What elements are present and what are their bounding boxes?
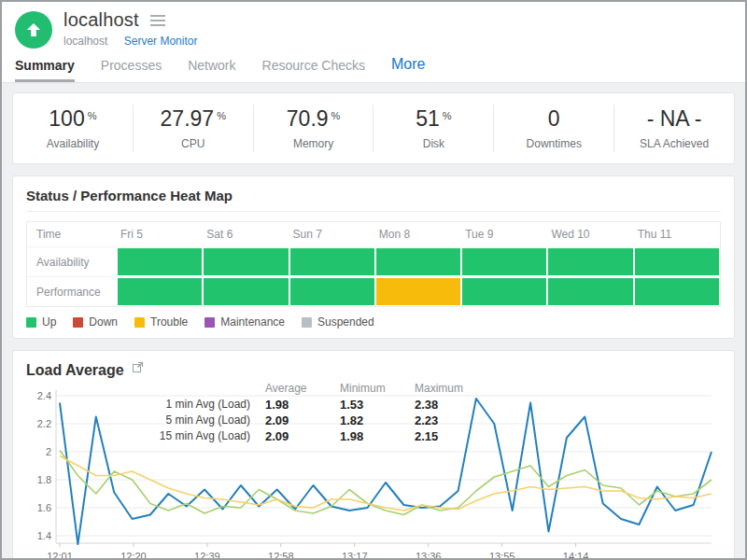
summary-corner (123, 381, 265, 397)
heatmap-day-wed-10: Wed 10 (547, 222, 633, 246)
chart-summary-table: AverageMinimumMaximum1 min Avg (Load)1.9… (123, 381, 495, 444)
stat-label: Memory (254, 137, 374, 150)
x-tick-label: 13:55 (489, 551, 515, 560)
legend-swatch-icon (26, 317, 36, 328)
chart-area: 1.41.61.822.22.412:0112:2012:3912:5813:1… (26, 383, 721, 560)
summary-row-label: 15 min Avg (Load) (123, 428, 265, 444)
heatmap-cell-performance-sat-6[interactable] (204, 278, 288, 305)
summary-value: 2.38 (415, 397, 495, 413)
stat-unit: % (331, 110, 341, 121)
x-tick-label: 13:36 (416, 551, 442, 560)
summary-col-maximum: Maximum (415, 381, 495, 397)
summary-value: 2.23 (415, 413, 495, 428)
tab-resource-checks[interactable]: Resource Checks (262, 52, 366, 82)
stat-label: CPU (134, 137, 253, 150)
summary-value: 2.09 (265, 413, 340, 428)
stat-label: Disk (374, 137, 493, 150)
y-tick-label: 2.2 (37, 418, 51, 429)
heatmap-cell-performance-tue-9[interactable] (462, 278, 546, 305)
heatmap-cell-performance-wed-10[interactable] (548, 278, 632, 305)
summary-value: 2.15 (415, 428, 495, 444)
legend-label: Up (42, 315, 56, 329)
y-tick-label: 2 (46, 446, 51, 457)
y-tick-label: 2.4 (37, 390, 51, 401)
heatmap-day-sun-7: Sun 7 (289, 222, 375, 246)
x-tick-label: 14:14 (563, 551, 589, 560)
legend-swatch-icon (302, 317, 312, 328)
heatmap-cell-performance-mon-8[interactable] (376, 278, 460, 305)
y-tick-label: 1.6 (37, 502, 51, 513)
hamburger-icon[interactable] (150, 15, 165, 26)
heatmap-legend-down: Down (73, 315, 118, 329)
heatmap-time-header: Time (27, 222, 117, 246)
heatmap-cell-availability-wed-10[interactable] (548, 248, 632, 275)
page-title: localhost (63, 9, 139, 31)
tab-summary[interactable]: Summary (15, 52, 75, 82)
summary-col-average: Average (265, 381, 340, 397)
tab-more[interactable]: More (391, 50, 425, 82)
load-average-card: Load Average 1.41.61.822.22.412:0112:201… (12, 350, 735, 560)
stat-memory: 70.9%Memory (253, 105, 374, 152)
heatmap-row-availability: Availability (27, 246, 720, 276)
heatmap-cell-performance-thu-11[interactable] (635, 278, 719, 305)
heatmap-row-label: Availability (27, 247, 117, 276)
heatmap-cell-availability-sun-7[interactable] (290, 248, 374, 275)
tab-network[interactable]: Network (188, 52, 235, 82)
header-text: localhost localhost Server Monitor (63, 9, 197, 48)
legend-label: Suspended (317, 315, 374, 329)
y-tick-label: 1.4 (37, 530, 51, 541)
heatmap-cell-availability-thu-11[interactable] (635, 248, 719, 275)
heatmap-day-fri-5: Fri 5 (117, 222, 203, 246)
stat-value: - NA - (614, 106, 734, 132)
chart-title: Load Average (26, 362, 124, 379)
legend-swatch-icon (204, 317, 215, 328)
x-tick-label: 12:01 (47, 551, 73, 560)
heatmap-title: Status / Performance Heat Map (26, 188, 721, 212)
stat-label: Downtimes (494, 137, 613, 150)
legend-swatch-icon (73, 317, 83, 328)
stat-availability: 100%Availability (13, 105, 133, 152)
tab-processes[interactable]: Processes (101, 52, 162, 82)
heatmap-cell-availability-fri-5[interactable] (118, 248, 202, 275)
stat-unit: % (217, 110, 226, 121)
summary-value: 2.09 (265, 428, 340, 444)
heatmap-legend-trouble: Trouble (134, 315, 188, 329)
heatmap-cell-availability-sat-6[interactable] (204, 248, 288, 275)
y-tick-label: 1.8 (37, 474, 51, 485)
content: 100%Availability27.97%CPU70.9%Memory51%D… (2, 83, 745, 560)
heatmap-day-sat-6: Sat 6 (203, 222, 289, 246)
heatmap-legend-up: Up (26, 315, 56, 329)
stat-value: 51% (374, 106, 493, 132)
header: localhost localhost Server Monitor (2, 2, 745, 50)
heatmap-day-thu-11: Thu 11 (634, 222, 720, 246)
heatmap-cell-performance-fri-5[interactable] (118, 278, 202, 305)
heatmap-cell-performance-sun-7[interactable] (290, 278, 374, 305)
summary-value: 1.53 (340, 397, 415, 413)
legend-label: Down (89, 315, 118, 329)
external-link-icon[interactable] (132, 360, 144, 377)
stat-value: 27.97% (134, 106, 253, 132)
heatmap-day-mon-8: Mon 8 (375, 222, 461, 246)
stat-downtimes: 0Downtimes (493, 105, 613, 152)
x-tick-label: 12:39 (194, 551, 220, 560)
breadcrumb: localhost Server Monitor (63, 35, 197, 48)
server-monitor-link[interactable]: Server Monitor (124, 35, 198, 48)
status-up-icon (15, 11, 52, 49)
stat-unit: % (88, 110, 97, 121)
stat-label: Availability (13, 137, 133, 150)
tabs: SummaryProcessesNetworkResource ChecksMo… (2, 50, 745, 83)
summary-row-label: 1 min Avg (Load) (123, 397, 265, 413)
stat-value: 70.9% (254, 106, 374, 132)
summary-col-minimum: Minimum (340, 381, 415, 397)
legend-swatch-icon (134, 317, 145, 328)
legend-label: Trouble (150, 315, 188, 329)
monitor-dashboard-window: localhost localhost Server Monitor Summa… (0, 0, 747, 560)
stat-value: 0 (494, 106, 613, 132)
heatmap-table: TimeFri 5Sat 6Sun 7Mon 8Tue 9Wed 10Thu 1… (26, 221, 721, 307)
heatmap-legend-maintenance: Maintenance (204, 315, 285, 329)
stat-sla-achieved: - NA -SLA Achieved (613, 105, 734, 152)
heatmap-cell-availability-tue-9[interactable] (462, 248, 546, 275)
legend-label: Maintenance (220, 315, 285, 329)
heatmap-legend-suspended: Suspended (302, 315, 374, 329)
heatmap-cell-availability-mon-8[interactable] (376, 248, 460, 275)
